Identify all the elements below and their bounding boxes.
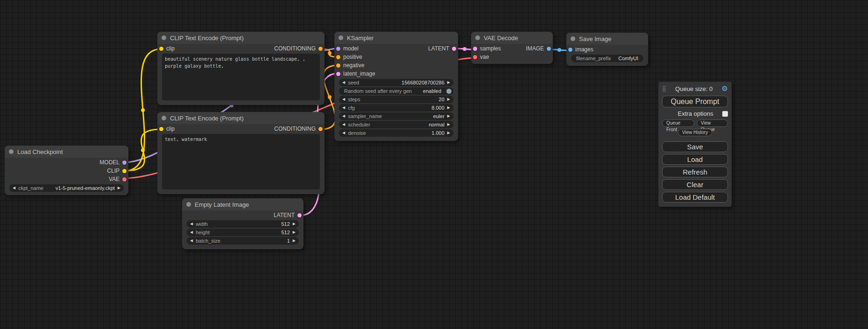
clip-output-dot[interactable] (122, 169, 127, 173)
view-history-button[interactable]: View History (678, 129, 712, 136)
queue-prompt-button[interactable]: Queue Prompt (662, 96, 728, 107)
widget-denoise[interactable]: ◀ denoise 1.000 ▶ (339, 129, 453, 137)
output-slot-vae: VAE (5, 175, 128, 183)
slot-row: model LATENT (334, 44, 458, 53)
positive-input-dot[interactable] (336, 55, 340, 59)
node-title-bar[interactable]: CLIP Text Encode (Prompt) (157, 32, 325, 44)
negative-input-dot[interactable] (336, 63, 340, 68)
decrement-arrow-icon[interactable]: ◀ (342, 98, 345, 101)
widget-ckpt-name[interactable]: ◀ ckpt_name v1-5-pruned-emaonly.ckpt ▶ (9, 184, 124, 192)
latent-output-dot[interactable] (452, 47, 456, 51)
images-input-dot[interactable] (568, 48, 572, 52)
slot-row: negative (334, 61, 458, 70)
output-slot-latent: LATENT (182, 211, 303, 219)
prompt-textarea[interactable]: beautiful scenery nature glass bottle la… (162, 54, 320, 100)
increment-arrow-icon[interactable]: ▶ (118, 186, 120, 190)
widget-seed[interactable]: ◀ seed 156680208700286 ▶ (339, 79, 453, 86)
collapse-dot[interactable] (571, 36, 575, 41)
node-title-bar[interactable]: CLIP Text Encode (Prompt) (157, 112, 325, 124)
decrement-arrow-icon[interactable]: ◀ (342, 114, 345, 118)
decrement-arrow-icon[interactable]: ◀ (342, 81, 345, 84)
decrement-arrow-icon[interactable]: ◀ (190, 231, 193, 234)
node-save-image[interactable]: Save Image images filename_prefix ComfyU… (566, 33, 648, 66)
node-title: VAE Decode (484, 35, 518, 42)
view-queue-button[interactable]: View Queue (697, 119, 728, 127)
node-empty-latent-image[interactable]: Empty Latent Image LATENT ◀ width 512 ▶ … (182, 198, 303, 249)
increment-arrow-icon[interactable]: ▶ (447, 106, 450, 110)
link-midpoint-dot (141, 148, 145, 152)
node-ksampler[interactable]: KSampler model LATENT positive (334, 32, 458, 141)
increment-arrow-icon[interactable]: ▶ (447, 123, 450, 126)
increment-arrow-icon[interactable]: ▶ (447, 131, 450, 135)
image-output-dot[interactable] (547, 47, 551, 51)
widget-filename-prefix[interactable]: filename_prefix ComfyUI (571, 55, 643, 62)
node-clip-text-encode-negative[interactable]: CLIP Text Encode (Prompt) clip CONDITION… (157, 112, 325, 194)
latent-image-input-dot[interactable] (336, 72, 340, 76)
widget-scheduler[interactable]: ◀ scheduler normal ▶ (339, 121, 453, 128)
extra-options-checkbox[interactable] (722, 111, 728, 117)
decrement-arrow-icon[interactable]: ◀ (13, 186, 15, 190)
clip-input-dot[interactable] (159, 127, 163, 131)
node-title-bar[interactable]: Empty Latent Image (182, 198, 303, 210)
model-output-dot[interactable] (122, 161, 127, 165)
floating-menu: ⣿ Queue size: 0 ⚙ Queue Prompt Extra opt… (658, 82, 732, 207)
link-midpoint-dot (328, 95, 332, 99)
increment-arrow-icon[interactable]: ▶ (293, 231, 296, 234)
collapse-dot[interactable] (475, 35, 480, 40)
vae-input-dot[interactable] (473, 55, 477, 59)
increment-arrow-icon[interactable]: ▶ (447, 98, 450, 101)
load-button[interactable]: Load (662, 154, 728, 165)
extra-options-row: Extra options (662, 110, 728, 117)
node-title: Load Checkpoint (17, 148, 63, 155)
clear-button[interactable]: Clear (662, 179, 728, 190)
queue-front-button[interactable]: Queue Front (662, 119, 694, 127)
node-title-bar[interactable]: VAE Decode (471, 32, 553, 44)
increment-arrow-icon[interactable]: ▶ (293, 239, 296, 243)
latent-output-dot[interactable] (297, 213, 302, 217)
samples-input-dot[interactable] (473, 47, 477, 51)
save-button[interactable]: Save (662, 141, 728, 152)
decrement-arrow-icon[interactable]: ◀ (342, 123, 345, 126)
collapse-dot[interactable] (162, 116, 166, 120)
decrement-arrow-icon[interactable]: ◀ (342, 106, 345, 110)
increment-arrow-icon[interactable]: ▶ (447, 114, 450, 118)
widget-batch-size[interactable]: ◀ batch_size 1 ▶ (187, 237, 299, 245)
slot-row: clip CONDITIONING (157, 125, 325, 133)
drag-handle-icon[interactable]: ⣿ (662, 85, 666, 92)
node-title-bar[interactable]: Save Image (566, 33, 648, 45)
increment-arrow-icon[interactable]: ▶ (293, 222, 296, 226)
model-input-dot[interactable] (336, 47, 340, 51)
node-title-bar[interactable]: Load Checkpoint (5, 146, 128, 158)
widget-width[interactable]: ◀ width 512 ▶ (187, 220, 299, 228)
toggle-knob[interactable] (446, 89, 452, 94)
widget-height[interactable]: ◀ height 512 ▶ (187, 229, 299, 236)
decrement-arrow-icon[interactable]: ◀ (342, 131, 345, 135)
collapse-dot[interactable] (339, 35, 343, 40)
increment-arrow-icon[interactable]: ▶ (447, 81, 450, 84)
node-title: Save Image (579, 35, 611, 42)
collapse-dot[interactable] (162, 35, 166, 40)
widget-cfg[interactable]: ◀ cfg 8.000 ▶ (339, 104, 453, 112)
node-title: KSampler (347, 35, 374, 42)
node-vae-decode[interactable]: VAE Decode samples IMAGE vae (471, 32, 553, 64)
node-clip-text-encode-positive[interactable]: CLIP Text Encode (Prompt) clip CONDITION… (157, 32, 325, 105)
node-canvas[interactable]: Load Checkpoint MODEL CLIP VAE (0, 0, 868, 329)
collapse-dot[interactable] (186, 202, 191, 207)
widget-sampler-name[interactable]: ◀ sampler_name euler ▶ (339, 112, 453, 120)
collapse-dot[interactable] (9, 149, 14, 154)
node-load-checkpoint[interactable]: Load Checkpoint MODEL CLIP VAE (5, 146, 128, 195)
node-title-bar[interactable]: KSampler (334, 32, 458, 44)
load-default-button[interactable]: Load Default (662, 192, 728, 203)
clip-input-dot[interactable] (159, 47, 163, 51)
conditioning-output-dot[interactable] (318, 47, 323, 51)
settings-gear-icon[interactable]: ⚙ (722, 84, 728, 93)
node-title: CLIP Text Encode (Prompt) (170, 35, 244, 42)
conditioning-output-dot[interactable] (318, 127, 323, 131)
vae-output-dot[interactable] (122, 177, 127, 182)
decrement-arrow-icon[interactable]: ◀ (190, 222, 193, 226)
decrement-arrow-icon[interactable]: ◀ (190, 239, 193, 243)
widget-steps[interactable]: ◀ steps 20 ▶ (339, 96, 453, 103)
refresh-button[interactable]: Refresh (662, 167, 728, 177)
prompt-textarea[interactable]: text, watermark (162, 134, 320, 189)
widget-random-seed-toggle[interactable]: Random seed after every gen enabled (339, 87, 453, 95)
